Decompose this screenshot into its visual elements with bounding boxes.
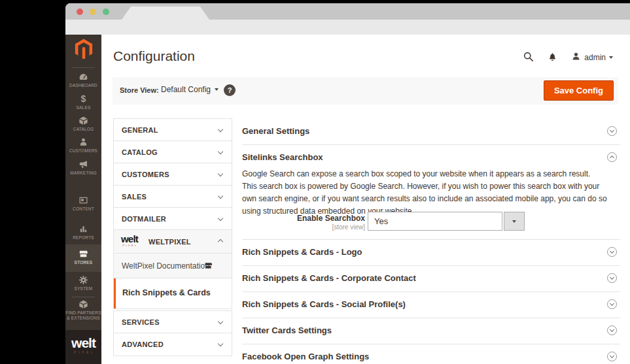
sidebar-item-label: SYSTEM: [65, 286, 101, 291]
sidebar-item-label: STORES: [65, 260, 101, 265]
sidebar-item-label: MARKETING: [65, 171, 101, 176]
config-nav-label: SALES: [122, 193, 147, 201]
expand-general-settings-button[interactable]: [607, 126, 617, 136]
config-nav-weltpixel-documentation[interactable]: WeltPixel Documentation: [114, 254, 232, 278]
chevron-down-icon: [609, 56, 613, 59]
sidebar-item-label: CUSTOMERS: [65, 148, 101, 154]
main-content: Configuration: [101, 35, 630, 364]
config-nav-advanced[interactable]: ADVANCED: [114, 333, 232, 356]
expand-rich-snippets-social-profiles-button[interactable]: [607, 299, 617, 309]
select-dropdown-button[interactable]: [504, 212, 525, 231]
section-divider: [242, 144, 620, 145]
sidebar-item-marketing[interactable]: MARKETING: [65, 159, 101, 176]
enable-searchbox-select[interactable]: Yes: [368, 212, 525, 231]
minimize-window-button[interactable]: [90, 8, 96, 15]
config-nav-services[interactable]: SERVICES: [114, 311, 232, 333]
sidebar-item-dashboard[interactable]: DASHBOARD: [65, 72, 101, 88]
expand-twitter-cards-settings-button[interactable]: [607, 325, 617, 335]
storefront-icon: [204, 261, 213, 273]
sidebar-item-system[interactable]: SYSTEM: [65, 275, 101, 291]
section-divider: [242, 239, 620, 240]
dollar-icon: $: [65, 94, 101, 104]
store-view-toolbar: Store View: Default Config ? Save Config: [113, 77, 618, 105]
config-nav-general[interactable]: GENERAL: [114, 119, 232, 141]
weltpixel-mini-logo: welt PIXEL: [121, 234, 138, 247]
config-nav-label: CUSTOMERS: [122, 171, 169, 178]
enable-searchbox-label: Enable Searchbox [store view]: [242, 214, 365, 231]
sidebar-item-label: SALES: [65, 105, 101, 110]
weltpixel-logo-word: welt: [65, 336, 101, 350]
chevron-down-icon: [610, 275, 614, 280]
search-button[interactable]: [523, 51, 534, 64]
collapse-sitelinks-searchbox-button[interactable]: [607, 152, 617, 162]
weltpixel-logo-sub: PIXEL: [121, 244, 138, 247]
config-nav-label: ADVANCED: [122, 340, 164, 348]
expand-rich-snippets-logo-button[interactable]: [607, 247, 617, 257]
config-nav-panel: GENERAL CATALOG CUSTOMERS SALES: [113, 118, 232, 309]
store-view-selector[interactable]: Default Config: [161, 85, 219, 94]
notifications-button[interactable]: [548, 52, 557, 63]
sidebar-item-find-partners[interactable]: FIND PARTNERS & EXTENSIONS: [65, 299, 101, 321]
gear-icon: [65, 275, 101, 285]
fullscreen-window-button[interactable]: [103, 8, 109, 15]
chevron-down-icon: [610, 249, 614, 254]
browser-titlebar: [65, 3, 630, 20]
config-nav-weltpixel[interactable]: welt PIXEL WELTPIXEL: [114, 230, 232, 254]
section-title-rich-snippets-logo: Rich Snippets & Cards - Logo: [242, 247, 362, 257]
field-scope: [store view]: [242, 223, 365, 231]
close-window-button[interactable]: [77, 8, 83, 15]
chevron-down-icon: [218, 149, 223, 154]
section-divider: [242, 344, 620, 344]
bell-icon: [548, 52, 557, 63]
chevron-up-icon: [218, 239, 223, 244]
section-title-rich-snippets-corporate-contact: Rich Snippets & Cards - Corporate Contac…: [242, 273, 416, 283]
chevron-up-icon: [610, 156, 614, 160]
weltpixel-logo-sub: PIXEL: [65, 351, 101, 354]
store-view-value: Default Config: [161, 85, 211, 94]
config-nav-rich-snippets-cards[interactable]: Rich Snippets & Cards: [114, 278, 232, 308]
user-avatar-icon: [571, 52, 581, 63]
config-nav-sales[interactable]: SALES: [114, 186, 232, 208]
storefront-icon: [65, 249, 101, 259]
store-view-label: Store View:: [120, 86, 159, 94]
section-title-general-settings: General Settings: [242, 126, 309, 136]
weltpixel-logo-word: welt: [121, 234, 138, 244]
config-nav-child-label: Rich Snippets & Cards: [122, 288, 211, 297]
extensions-box-icon: [65, 299, 101, 309]
config-nav-label: WELTPIXEL: [149, 238, 191, 246]
magento-logo-icon[interactable]: [65, 39, 101, 62]
magento-admin-app: DASHBOARD $ SALES CATALOG CUSTOME: [65, 35, 630, 364]
sidebar-divider: [72, 297, 95, 297]
config-nav-label: GENERAL: [122, 126, 158, 134]
section-title-twitter-cards-settings: Twitter Cards Settings: [242, 325, 332, 335]
expand-rich-snippets-corporate-contact-button[interactable]: [607, 273, 617, 283]
chevron-down-icon: [218, 171, 223, 176]
help-button[interactable]: ?: [224, 84, 236, 96]
account-menu-button[interactable]: admin: [571, 52, 613, 63]
config-nav-customers[interactable]: CUSTOMERS: [114, 163, 232, 186]
config-nav-catalog[interactable]: CATALOG: [114, 141, 232, 163]
config-nav-child-label: WeltPixel Documentation: [122, 261, 209, 271]
section-divider: [242, 291, 620, 292]
sidebar-item-reports[interactable]: REPORTS: [65, 224, 101, 240]
section-divider: [242, 318, 620, 318]
sidebar-item-customers[interactable]: CUSTOMERS: [65, 137, 101, 154]
image-icon: [65, 195, 101, 205]
admin-sidebar: DASHBOARD $ SALES CATALOG CUSTOME: [65, 35, 101, 364]
expand-facebook-open-graph-settings-button[interactable]: [607, 352, 617, 361]
sidebar-item-sales[interactable]: $ SALES: [65, 94, 101, 110]
config-nav-dotmailer[interactable]: DOTMAILER: [114, 208, 232, 230]
sidebar-item-content[interactable]: CONTENT: [65, 195, 101, 212]
chevron-down-icon: [218, 193, 223, 199]
save-config-button[interactable]: Save Config: [544, 80, 614, 101]
chevron-down-icon: [218, 341, 223, 346]
browser-addressbar[interactable]: [65, 20, 630, 35]
section-title-facebook-open-graph-settings: Facebook Open Graph Settings: [242, 352, 369, 361]
sidebar-item-stores[interactable]: STORES: [65, 244, 101, 272]
browser-tab[interactable]: [122, 7, 209, 20]
chevron-down-icon: [512, 220, 516, 223]
config-nav-label: DOTMAILER: [122, 215, 166, 223]
sidebar-item-label: DASHBOARD: [65, 83, 101, 88]
select-current-value: Yes: [368, 212, 502, 231]
sidebar-item-catalog[interactable]: CATALOG: [65, 116, 101, 132]
